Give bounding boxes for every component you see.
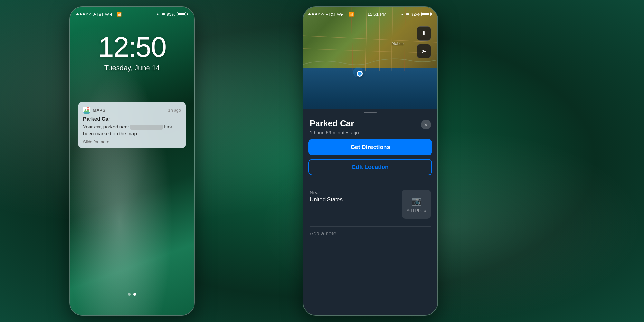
location-dot	[357, 71, 363, 77]
wifi-icon: 📶	[117, 12, 122, 17]
near-value: United States	[310, 196, 402, 203]
navigation-icon: ➤	[421, 48, 426, 55]
r-dot-1	[308, 13, 311, 15]
svg-point-3	[87, 108, 89, 109]
notif-body: Your car, parked near has been marked on…	[83, 123, 181, 137]
battery-percentage: 93%	[167, 12, 175, 17]
near-row: Near United States 📷 Add Photo	[310, 186, 431, 223]
battery-fill	[178, 13, 185, 15]
battery-body	[177, 12, 186, 16]
right-location-icon: ▲	[400, 12, 404, 16]
get-directions-button[interactable]: Get Directions	[308, 139, 432, 155]
phone-right: Mobile AT&T Wi-Fi 📶 12:51 PM ▲ ✱	[303, 6, 438, 316]
signal-dot-3	[83, 13, 85, 15]
notification-card[interactable]: MAPS 1h ago Parked Car Your car, parked …	[78, 102, 186, 148]
maps-app-icon	[83, 107, 90, 114]
right-battery	[421, 12, 432, 16]
notif-title: Parked Car	[83, 116, 181, 122]
notif-time-ago: 1h ago	[168, 108, 181, 113]
signal-dot-4	[86, 13, 88, 15]
r-dot-3	[315, 13, 317, 15]
add-photo-label: Add Photo	[407, 208, 426, 213]
signal-dot-1	[76, 13, 79, 15]
right-signal	[308, 13, 324, 15]
right-battery-tip	[431, 13, 432, 15]
r-dot-5	[321, 13, 324, 15]
notif-app-name: MAPS	[93, 108, 106, 113]
card-info: Near United States 📷 Add Photo	[303, 182, 437, 226]
lock-time: 12:50 Tuesday, June 14	[70, 33, 194, 72]
right-status-right: ▲ ✱ 92%	[400, 12, 432, 17]
lock-date: Tuesday, June 14	[70, 64, 194, 72]
svg-rect-4	[83, 112, 90, 114]
notif-app-info: MAPS	[83, 107, 106, 114]
phone-left: AT&T Wi-Fi 📶 ▲ ✱ 93% 12:50 Tuesday, June…	[69, 6, 195, 316]
card-title: Parked Car	[310, 118, 359, 128]
add-photo-button[interactable]: 📷 Add Photo	[402, 190, 431, 219]
close-button[interactable]: ✕	[421, 120, 431, 129]
status-bar-left: AT&T Wi-Fi 📶 ▲ ✱ 93%	[70, 7, 194, 21]
near-info: Near United States	[310, 190, 402, 203]
lock-time-digits: 12:50	[70, 33, 194, 61]
page-dots	[70, 293, 194, 296]
page-dot-1	[128, 293, 131, 296]
location-arrow-icon: ▲	[156, 12, 160, 16]
right-bluetooth-icon: ✱	[406, 12, 409, 16]
right-wifi-icon: 📶	[349, 12, 354, 17]
close-icon: ✕	[424, 122, 428, 127]
edit-location-label: Edit Location	[352, 164, 389, 171]
status-bar-right: AT&T Wi-Fi 📶 12:51 PM ▲ ✱ 92%	[303, 7, 437, 21]
card-subtitle: 1 hour, 59 minutes ago	[310, 130, 359, 135]
get-directions-label: Get Directions	[350, 144, 390, 151]
edit-location-button[interactable]: Edit Location	[308, 159, 432, 175]
card-actions: Get Directions Edit Location	[303, 139, 437, 175]
carrier-info: AT&T Wi-Fi 📶	[76, 12, 122, 17]
right-time: 12:51 PM	[367, 12, 387, 17]
notif-blurred-text	[130, 125, 163, 130]
right-battery-body	[421, 12, 431, 16]
right-battery-pct: 92%	[411, 12, 420, 17]
right-battery-fill	[422, 13, 429, 15]
r-dot-2	[312, 13, 314, 15]
r-dot-4	[318, 13, 320, 15]
parked-car-card: Parked Car 1 hour, 59 minutes ago ✕ Get …	[303, 109, 437, 315]
map-location-button[interactable]: ➤	[417, 44, 431, 58]
page-dot-2	[133, 293, 136, 296]
battery-tip	[187, 13, 188, 15]
map-info-button[interactable]: ℹ	[417, 26, 431, 41]
bluetooth-icon: ✱	[162, 12, 165, 16]
info-icon: ℹ	[423, 30, 425, 37]
notif-header: MAPS 1h ago	[83, 107, 181, 114]
right-carrier-name: AT&T Wi-Fi	[326, 12, 347, 17]
status-right: ▲ ✱ 93%	[156, 12, 188, 17]
near-label: Near	[310, 190, 402, 195]
camera-icon: 📷	[411, 195, 422, 206]
carrier-name: AT&T Wi-Fi	[93, 12, 115, 17]
battery-indicator	[177, 12, 188, 16]
signal-indicator	[76, 13, 91, 15]
signal-dot-2	[80, 13, 82, 15]
card-header: Parked Car 1 hour, 59 minutes ago ✕	[303, 113, 437, 139]
add-note-field[interactable]: Add a note	[310, 226, 431, 241]
notif-slide-text: Slide for more	[83, 139, 181, 144]
right-carrier-info: AT&T Wi-Fi 📶	[308, 12, 354, 17]
card-title-group: Parked Car 1 hour, 59 minutes ago	[310, 118, 359, 135]
signal-dot-5	[89, 13, 91, 15]
map-city-label: Mobile	[392, 41, 404, 46]
notif-body-prefix: Your car, parked near	[83, 124, 129, 129]
